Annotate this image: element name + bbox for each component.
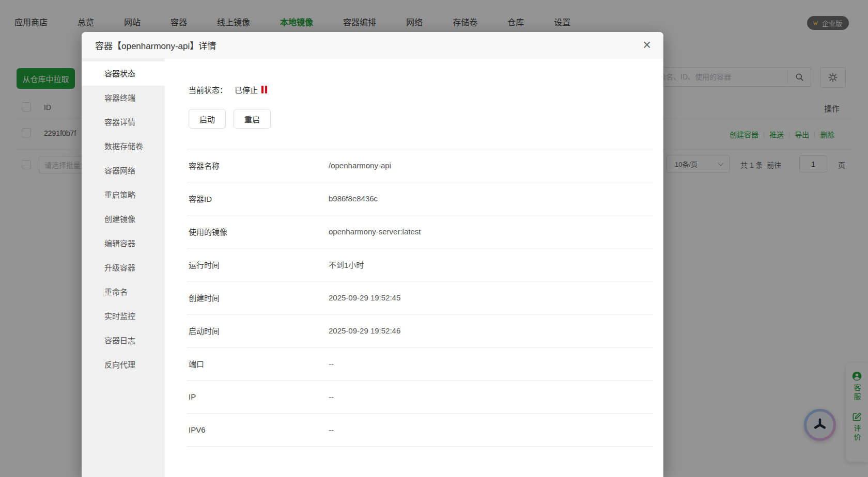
detail-value: 2025-09-29 19:52:46 [329, 326, 400, 335]
sidebar-item[interactable]: 重命名 [82, 280, 165, 304]
detail-value: -- [329, 425, 334, 434]
modal-content: 当前状态： 已停止 启动重启 容器名称/openharmony-api容器IDb… [165, 58, 663, 477]
container-control-button[interactable]: 启动 [189, 109, 226, 129]
detail-value: /openharmony-api [329, 161, 391, 170]
detail-value: openharmony-server:latest [329, 227, 421, 236]
detail-label: IP [187, 392, 329, 401]
modal-header: 容器【openharmony-api】详情 × [82, 32, 663, 58]
detail-label: 启动时间 [187, 325, 329, 336]
sidebar-item[interactable]: 实时监控 [82, 304, 165, 328]
detail-label: 运行时间 [187, 259, 329, 270]
sidebar-item[interactable]: 升级容器 [82, 256, 165, 280]
sidebar-item[interactable]: 容器日志 [82, 328, 165, 353]
detail-row: 端口-- [187, 347, 654, 380]
detail-value: b986f8e8436c [329, 194, 378, 203]
detail-row: IP-- [187, 380, 654, 414]
detail-list: 容器名称/openharmony-api容器IDb986f8e8436c使用的镜… [187, 149, 654, 447]
sidebar-item[interactable]: 反向代理 [82, 353, 165, 377]
detail-row: 启动时间2025-09-29 19:52:46 [187, 314, 654, 347]
detail-row: 使用的镜像openharmony-server:latest [187, 215, 654, 248]
detail-label: 端口 [187, 358, 329, 369]
container-control-button[interactable]: 重启 [234, 109, 271, 129]
status-row: 当前状态： 已停止 [189, 84, 663, 95]
detail-value: 2025-09-29 19:52:45 [329, 293, 400, 302]
status-label: 当前状态： [189, 84, 227, 95]
detail-label: 使用的镜像 [187, 226, 329, 237]
sidebar-item[interactable]: 重启策略 [82, 183, 165, 207]
detail-value: 不到1小时 [329, 259, 364, 270]
status-value: 已停止 [235, 84, 258, 95]
sidebar-item[interactable]: 数据存储卷 [82, 134, 165, 158]
stopped-pause-icon [261, 86, 267, 93]
page: 应用商店总览网站容器线上镜像本地镜像容器编排网络存储卷仓库设置 企业版 从仓库中… [0, 0, 868, 477]
detail-label: 容器ID [187, 193, 329, 204]
detail-value: -- [329, 359, 334, 368]
detail-label: 容器名称 [187, 160, 329, 171]
sidebar-item[interactable]: 编辑容器 [82, 231, 165, 256]
sidebar-item[interactable]: 容器详情 [82, 110, 165, 134]
detail-label: 创建时间 [187, 292, 329, 303]
detail-row: 运行时间不到1小时 [187, 248, 654, 281]
modal-sidebar: 容器状态容器终端容器详情数据存储卷容器网络重启策略创建镜像编辑容器升级容器重命名… [82, 58, 165, 477]
sidebar-item[interactable]: 创建镜像 [82, 207, 165, 231]
detail-row: IPV6-- [187, 414, 654, 447]
control-buttons: 启动重启 [189, 109, 663, 129]
sidebar-item[interactable]: 容器状态 [82, 61, 165, 86]
modal-body: 容器状态容器终端容器详情数据存储卷容器网络重启策略创建镜像编辑容器升级容器重命名… [82, 58, 663, 477]
detail-row: 容器IDb986f8e8436c [187, 182, 654, 215]
detail-value: -- [329, 392, 334, 401]
close-icon[interactable]: × [643, 38, 651, 52]
container-detail-modal: 容器【openharmony-api】详情 × 容器状态容器终端容器详情数据存储… [82, 32, 663, 477]
detail-row: 创建时间2025-09-29 19:52:45 [187, 281, 654, 314]
detail-label: IPV6 [187, 425, 329, 434]
modal-title: 容器【openharmony-api】详情 [95, 39, 216, 52]
sidebar-item[interactable]: 容器网络 [82, 158, 165, 183]
sidebar-item[interactable]: 容器终端 [82, 86, 165, 110]
detail-row: 容器名称/openharmony-api [187, 149, 654, 182]
